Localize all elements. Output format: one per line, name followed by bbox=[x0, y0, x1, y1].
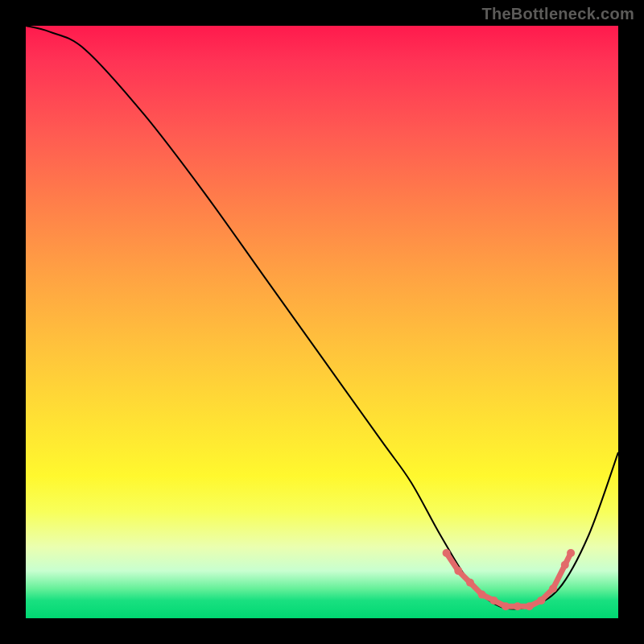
optimal-region-point bbox=[567, 549, 575, 557]
optimal-region-point bbox=[537, 597, 545, 605]
optimal-region-point bbox=[466, 579, 474, 587]
optimal-region-point bbox=[561, 561, 569, 569]
optimal-region-point bbox=[454, 567, 462, 575]
optimal-region-point bbox=[549, 584, 557, 592]
optimal-region-point bbox=[478, 591, 486, 599]
chart-container: TheBottleneck.com bbox=[0, 0, 644, 644]
optimal-region-point bbox=[526, 602, 534, 610]
plot-area bbox=[26, 26, 618, 618]
optimal-region-point bbox=[443, 549, 451, 557]
watermark-text: TheBottleneck.com bbox=[481, 5, 634, 23]
bottleneck-curve bbox=[26, 26, 618, 609]
optimal-region-point bbox=[502, 602, 510, 610]
optimal-region-markers bbox=[443, 549, 576, 610]
chart-svg bbox=[26, 26, 618, 618]
optimal-region-point bbox=[489, 597, 497, 605]
optimal-region-point bbox=[514, 602, 522, 610]
